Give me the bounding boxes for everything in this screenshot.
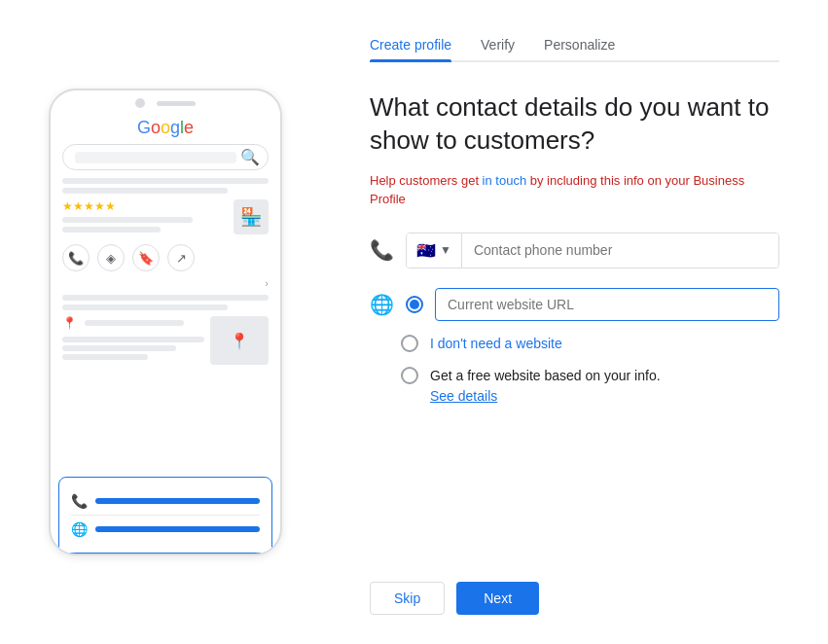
phone-card-line-2 [95, 526, 260, 532]
free-website-row: Get a free website based on your info. S… [401, 367, 779, 404]
phone-line [62, 304, 228, 310]
phone-field-icon: 📞 [370, 238, 394, 262]
help-text: Help customers get in touch by including… [370, 171, 779, 209]
tab-personalize[interactable]: Personalize [544, 29, 615, 60]
phone-lines-group1 [62, 178, 269, 194]
website-url-input[interactable] [435, 288, 779, 321]
tab-verify[interactable]: Verify [481, 29, 515, 60]
phone-bottom-card: 📞 🌐 [58, 477, 272, 554]
tab-create-profile[interactable]: Create profile [370, 29, 451, 60]
phone-stars: ★★★★★ [62, 199, 226, 213]
phone-card-phone-icon: 📞 [71, 493, 88, 509]
phone-camera [135, 98, 145, 108]
free-website-text-block: Get a free website based on your info. S… [430, 367, 661, 404]
website-url-row: 🌐 [370, 288, 779, 321]
phone-line [62, 217, 193, 223]
phone-number-input[interactable] [462, 233, 778, 268]
phone-map-section: 📍 📍 [62, 316, 269, 365]
phone-card-globe-icon: 🌐 [71, 521, 88, 537]
phone-line [85, 320, 184, 326]
no-website-row: I don't need a website [401, 335, 779, 354]
phone-line [62, 354, 148, 360]
phone-line [62, 337, 204, 342]
no-website-label[interactable]: I don't need a website [430, 335, 562, 354]
phone-line [62, 345, 176, 351]
phone-line [62, 227, 161, 233]
phone-action-share: ↗ [167, 244, 195, 271]
website-radio-selected[interactable] [406, 296, 423, 313]
phone-card-line [95, 498, 260, 504]
phone-lines-group2 [62, 217, 226, 233]
phone-line [62, 295, 269, 301]
location-icon: 📍 [62, 316, 77, 330]
phone-speaker [157, 101, 196, 106]
phone-mockup-panel: Google 🔍 ★★★★★ [0, 0, 331, 644]
phone-card-row-globe: 🌐 [71, 516, 260, 543]
phone-action-call: 📞 [62, 244, 90, 271]
phone-notch [51, 90, 280, 112]
phone-map-placeholder: 📍 [210, 316, 269, 365]
country-selector[interactable]: 🇦🇺 ▼ [407, 233, 462, 268]
phone-store-icon: 🏪 [234, 199, 269, 234]
free-website-radio[interactable] [401, 367, 418, 384]
phone-actions: 📞 ◈ 🔖 ↗ [62, 244, 269, 271]
phone-line [62, 178, 269, 184]
phone-input-section: 📞 🇦🇺 ▼ [370, 233, 779, 268]
see-details-link[interactable]: See details [430, 388, 661, 404]
help-text-link: in touch [483, 173, 527, 188]
dropdown-arrow-icon: ▼ [440, 243, 451, 257]
no-website-radio[interactable] [401, 335, 418, 352]
free-website-label: Get a free website based on your info. [430, 368, 661, 383]
phone-action-directions: ◈ [97, 244, 125, 271]
phone-search-icon: 🔍 [240, 148, 260, 166]
google-logo: Google [62, 118, 269, 138]
footer-buttons: Skip Next [370, 562, 779, 615]
phone-input-wrapper: 🇦🇺 ▼ [406, 233, 779, 268]
progress-tabs: Create profile Verify Personalize [370, 29, 779, 62]
phone-search-bar: 🔍 [62, 144, 269, 170]
phone-card-row-phone: 📞 [71, 487, 260, 516]
globe-icon: 🌐 [370, 293, 394, 316]
flag-icon: 🇦🇺 [416, 241, 436, 260]
phone-mockup: Google 🔍 ★★★★★ [49, 89, 282, 555]
phone-action-save: 🔖 [132, 244, 160, 271]
phone-search-fill [75, 152, 236, 163]
page-title: What contact details do you want to show… [370, 91, 779, 158]
phone-screen: Google 🔍 ★★★★★ [51, 112, 280, 375]
next-button[interactable]: Next [456, 582, 539, 615]
right-panel: Create profile Verify Personalize What c… [331, 0, 828, 644]
phone-lines-group3 [62, 295, 269, 310]
website-section: 🌐 I don't need a website Get a free webs… [370, 288, 779, 404]
phone-map-lines: 📍 [62, 316, 204, 365]
phone-chevron: › [62, 277, 269, 289]
skip-button[interactable]: Skip [370, 582, 445, 615]
phone-line [62, 188, 228, 194]
